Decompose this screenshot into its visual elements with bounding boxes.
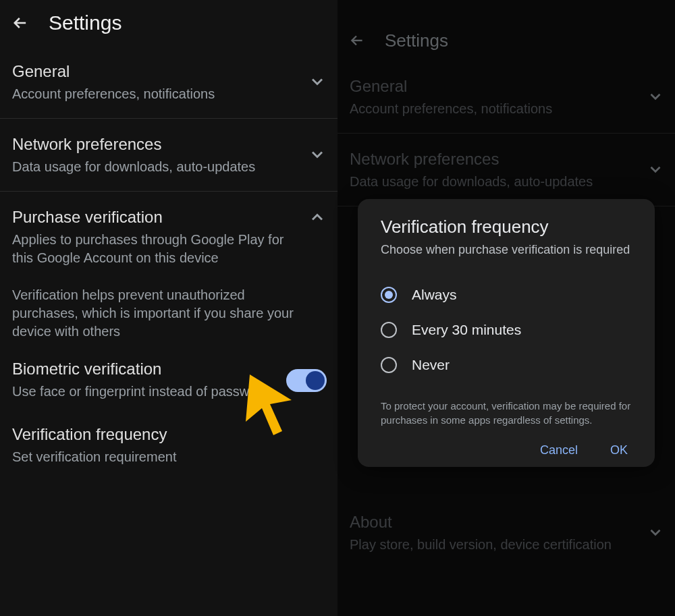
radio-label: Always	[412, 287, 457, 303]
ok-button[interactable]: OK	[610, 443, 628, 457]
chevron-down-icon	[308, 145, 327, 167]
section-title: General	[12, 62, 301, 81]
settings-screen-expanded: Settings General Account preferences, no…	[0, 0, 338, 616]
section-subtitle: Data usage for downloads, auto-updates	[350, 173, 640, 191]
section-purchase-verification: Purchase verification Applies to purchas…	[0, 192, 338, 341]
chevron-up-icon	[308, 208, 327, 229]
chevron-down-icon	[647, 88, 664, 108]
radio-label: Never	[412, 357, 450, 373]
header: Settings	[338, 0, 675, 61]
section-subtitle: Data usage for downloads, auto-updates	[12, 158, 301, 176]
section-title: General	[350, 77, 640, 96]
radio-icon	[381, 287, 397, 303]
section-about[interactable]: About Play store, build version, device …	[338, 497, 675, 569]
radio-option-always[interactable]: Always	[381, 277, 632, 312]
row-title: Biometric verification	[12, 360, 279, 379]
section-general[interactable]: General Account preferences, notificatio…	[0, 46, 338, 119]
chevron-down-icon	[308, 72, 327, 94]
section-title: Network preferences	[12, 135, 301, 154]
back-icon[interactable]	[11, 13, 30, 32]
page-title: Settings	[385, 30, 448, 51]
cancel-button[interactable]: Cancel	[540, 443, 578, 457]
page-title: Settings	[49, 11, 122, 34]
radio-option-every-30-minutes[interactable]: Every 30 minutes	[381, 312, 632, 347]
chevron-down-icon	[647, 524, 664, 544]
row-biometric-verification[interactable]: Biometric verification Use face or finge…	[0, 341, 338, 401]
section-network[interactable]: Network preferences Data usage for downl…	[0, 119, 338, 192]
section-general[interactable]: General Account preferences, notificatio…	[338, 61, 675, 134]
header: Settings	[0, 0, 338, 46]
settings-screen-dialog: Settings General Account preferences, no…	[338, 0, 675, 616]
radio-icon	[381, 357, 397, 373]
section-subtitle: Account preferences, notifications	[12, 85, 301, 103]
section-title: Purchase verification	[12, 208, 301, 227]
section-subtitle: Applies to purchases through Google Play…	[12, 231, 301, 267]
radio-icon	[381, 322, 397, 338]
section-subtitle: Account preferences, notifications	[350, 100, 640, 118]
section-header-row[interactable]: Purchase verification Applies to purchas…	[12, 208, 327, 267]
chevron-down-icon	[647, 161, 664, 181]
row-subtitle: Set verification requirement	[12, 448, 327, 466]
section-network[interactable]: Network preferences Data usage for downl…	[338, 134, 675, 206]
section-subtitle: Play store, build version, device certif…	[350, 536, 640, 554]
radio-label: Every 30 minutes	[412, 322, 521, 338]
row-verification-frequency[interactable]: Verification frequency Set verification …	[0, 401, 338, 466]
row-title: Verification frequency	[12, 425, 327, 444]
row-subtitle: Use face or fingerprint instead of passw…	[12, 383, 279, 401]
section-title: About	[350, 513, 640, 532]
back-icon[interactable]	[348, 32, 366, 49]
dialog-subtitle: Choose when purchase verification is req…	[381, 243, 632, 257]
verification-frequency-dialog: Verification frequency Choose when purch…	[358, 199, 655, 467]
dialog-title: Verification frequency	[381, 217, 632, 237]
section-description: Verification helps prevent unauthorized …	[12, 286, 327, 341]
radio-option-never[interactable]: Never	[381, 347, 632, 383]
toggle-knob	[306, 371, 325, 390]
section-title: Network preferences	[350, 150, 640, 169]
biometric-toggle[interactable]	[286, 369, 327, 392]
dialog-actions: Cancel OK	[381, 443, 632, 457]
dialog-note: To protect your account, verification ma…	[381, 399, 632, 427]
